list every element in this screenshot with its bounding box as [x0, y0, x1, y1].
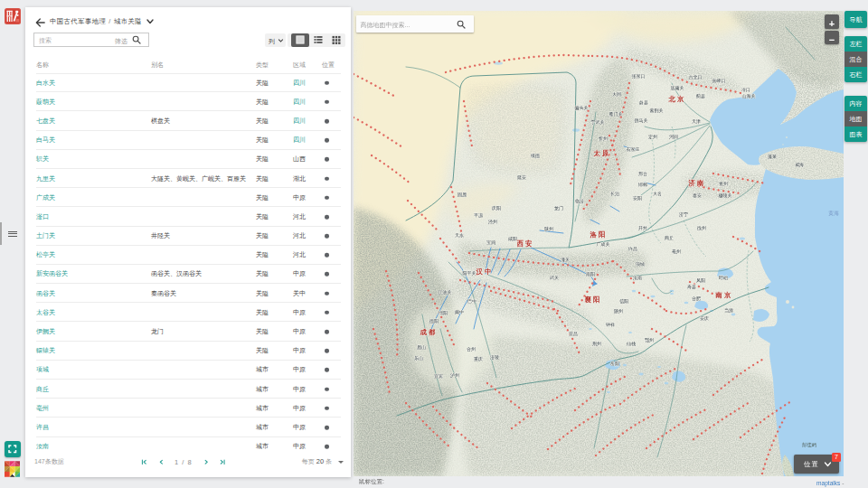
table-row[interactable]: 亳州城市中原: [25, 399, 351, 418]
map-search-icon[interactable]: [457, 20, 466, 29]
cell-name[interactable]: 松亭关: [36, 250, 55, 259]
cell-name[interactable]: 伊阙关: [36, 327, 55, 336]
breadcrumb[interactable]: 中国古代军事地理/城市关隘: [50, 15, 142, 28]
location-dot[interactable]: [325, 387, 329, 391]
cell-name[interactable]: 函谷关: [36, 289, 55, 298]
table-row[interactable]: 伊阙关龙门关隘中原: [25, 322, 351, 341]
cell-name[interactable]: 葭萌关: [36, 98, 55, 107]
location-dot[interactable]: [325, 234, 329, 239]
location-dot[interactable]: [325, 80, 329, 85]
rail-button-地图[interactable]: 地图: [844, 111, 867, 127]
location-dot[interactable]: [325, 138, 329, 143]
table-row[interactable]: 白水关关隘四川: [25, 73, 351, 92]
cell-name[interactable]: 七盘关: [36, 117, 55, 126]
location-dot[interactable]: [325, 311, 329, 315]
location-dot[interactable]: [325, 368, 329, 372]
map-label: 绵阳: [439, 310, 448, 316]
view-mode-grid-button[interactable]: [327, 33, 345, 48]
org-mosaic-logo[interactable]: [5, 461, 21, 477]
table-row[interactable]: 白马关关隘四川: [25, 131, 351, 150]
table-row[interactable]: 轘辕关关隘中原: [25, 342, 351, 361]
cell-name[interactable]: 亳州: [36, 404, 49, 413]
location-dot[interactable]: [325, 119, 329, 124]
rail-group-2: 左栏混合右栏: [844, 36, 867, 82]
app-seal-logo-icon[interactable]: [5, 8, 21, 24]
drawer-drag-handle[interactable]: [0, 222, 2, 245]
cell-name[interactable]: 太谷关: [36, 308, 55, 317]
cell-name[interactable]: 九里关: [36, 174, 55, 183]
cell-name[interactable]: 许昌: [36, 423, 49, 432]
zoom-in-button[interactable]: +: [825, 14, 839, 29]
rail-button-混合[interactable]: 混合: [844, 52, 867, 67]
location-dot[interactable]: [325, 330, 329, 334]
map-canvas[interactable]: 张家口古北口喜峰口冷口山海关居庸关蓟县大同蔚县紫荆关倒马关宁武关偏头关雁门关忻州…: [354, 11, 844, 476]
map-search-box[interactable]: 高德地图中搜索...: [356, 15, 474, 33]
table-row[interactable]: 轵关关隘山西: [25, 150, 351, 169]
table-row[interactable]: 项城城市中原: [25, 361, 351, 380]
maptalks-link[interactable]: maptalks: [816, 480, 840, 486]
table-row[interactable]: 七盘关棋盘关关隘四川: [25, 111, 351, 130]
location-dot[interactable]: [325, 253, 329, 258]
location-dot[interactable]: [325, 157, 329, 162]
cell-name[interactable]: 土门关: [36, 231, 55, 240]
cell-name[interactable]: 白水关: [36, 79, 55, 88]
location-dot[interactable]: [325, 349, 329, 353]
cell-name[interactable]: 白马关: [36, 136, 55, 145]
table-row[interactable]: 松亭关关隘河北: [25, 246, 351, 265]
breadcrumb-current[interactable]: 城市关隘: [114, 17, 142, 25]
cell-name[interactable]: 项城: [36, 365, 49, 374]
location-dot[interactable]: [325, 176, 329, 181]
view-mode-list-button[interactable]: [309, 33, 327, 48]
cell-name[interactable]: 轘辕关: [36, 346, 55, 355]
map-label: 宜宾: [434, 373, 443, 379]
search-icon[interactable]: [132, 35, 141, 44]
table-row[interactable]: 新安函谷关函谷关、汉函谷关关隘中原: [25, 265, 351, 284]
table-row[interactable]: 九里关大隧关、黄岘关、广岘关、百雁关关隘湖北: [25, 169, 351, 188]
cell-name[interactable]: 滏口: [36, 212, 49, 221]
rail-button-左栏[interactable]: 左栏: [844, 36, 867, 52]
breadcrumb-root[interactable]: 中国古代军事地理: [50, 17, 106, 25]
filter-link[interactable]: 筛选: [115, 37, 127, 46]
table-row[interactable]: 广成关关隘中原: [25, 188, 351, 207]
location-dot[interactable]: [325, 272, 329, 277]
location-dot[interactable]: [325, 445, 329, 449]
table-row[interactable]: 函谷关秦函谷关关隘关中: [25, 284, 351, 303]
cell-name[interactable]: 新安函谷关: [36, 269, 68, 278]
page-size-select[interactable]: 每页 20 条: [302, 457, 344, 466]
prev-page-button[interactable]: [157, 458, 165, 466]
table-row[interactable]: 太谷关关隘中原: [25, 303, 351, 322]
fullscreen-button[interactable]: [5, 441, 21, 457]
last-page-button[interactable]: [219, 458, 227, 466]
location-dot[interactable]: [325, 215, 329, 220]
table-row[interactable]: 葭萌关关隘四川: [25, 92, 351, 111]
view-mode-card-button[interactable]: [291, 33, 309, 48]
location-dot[interactable]: [325, 195, 329, 200]
table-row[interactable]: 土门关井陉关关隘河北: [25, 227, 351, 246]
table-row[interactable]: 滏口关隘河北: [25, 207, 351, 226]
location-dot[interactable]: [325, 406, 329, 410]
rail-button-导航[interactable]: 导航: [844, 11, 867, 28]
cell-name[interactable]: 商丘: [36, 385, 49, 394]
cell-name[interactable]: 广成关: [36, 193, 55, 202]
location-dot[interactable]: [325, 291, 329, 296]
table-row[interactable]: 汝南城市中原: [25, 437, 351, 449]
zoom-out-button[interactable]: −: [825, 31, 839, 45]
rail-button-图表[interactable]: 图表: [844, 127, 867, 142]
first-page-button[interactable]: [140, 458, 148, 466]
next-page-button[interactable]: [203, 458, 211, 466]
cell-name[interactable]: 轵关: [36, 155, 49, 164]
cell-region: 河北: [293, 231, 306, 240]
cell-name[interactable]: 汝南: [36, 442, 49, 449]
table-row[interactable]: 许昌城市中原: [25, 418, 351, 436]
rail-button-内容[interactable]: 内容: [844, 96, 867, 111]
map-label: 宁武关: [591, 119, 605, 125]
table-row[interactable]: 商丘城市中原: [25, 380, 351, 399]
map-label: 乐山: [414, 355, 423, 361]
location-dot[interactable]: [325, 426, 329, 430]
location-dot[interactable]: [325, 99, 329, 104]
back-arrow-icon[interactable]: [35, 16, 45, 29]
columns-button[interactable]: 列: [265, 33, 286, 48]
breadcrumb-chevron-down-icon[interactable]: [146, 17, 154, 26]
rail-button-右栏[interactable]: 右栏: [844, 67, 867, 82]
menu-hamburger-icon[interactable]: [8, 231, 17, 239]
